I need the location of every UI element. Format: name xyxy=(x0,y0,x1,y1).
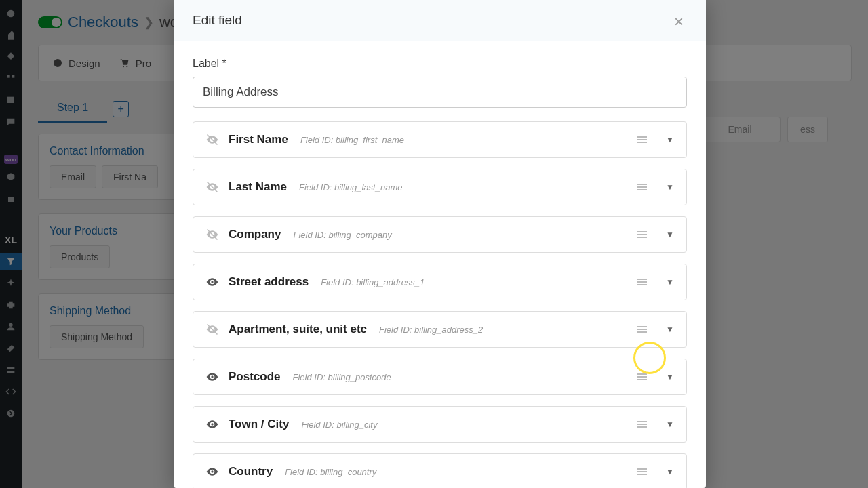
modal-header: Edit field × xyxy=(174,0,706,41)
field-row: Town / City Field ID: billing_city ▼ xyxy=(193,406,687,443)
field-name: Street address xyxy=(229,275,309,289)
chevron-down-icon[interactable]: ▼ xyxy=(666,182,674,192)
field-name: Country xyxy=(229,465,273,479)
eye-icon[interactable] xyxy=(205,418,219,431)
eye-icon[interactable] xyxy=(205,275,219,289)
eye-icon[interactable] xyxy=(205,465,219,479)
drag-handle-icon[interactable] xyxy=(637,373,647,380)
field-id: Field ID: billing_last_name xyxy=(299,182,402,192)
edit-field-modal: Edit field × Label * First Name Field ID… xyxy=(174,0,706,488)
chevron-down-icon[interactable]: ▼ xyxy=(666,467,674,476)
modal-title: Edit field xyxy=(193,13,242,28)
field-name: First Name xyxy=(229,133,288,146)
label-input[interactable] xyxy=(193,77,687,108)
svg-point-17 xyxy=(211,375,213,378)
field-row: Postcode Field ID: billing_postcode ▼ xyxy=(193,359,687,395)
drag-handle-icon[interactable] xyxy=(637,231,647,238)
eye-slash-icon[interactable] xyxy=(205,228,219,241)
drag-handle-icon[interactable] xyxy=(637,468,647,475)
field-name: Last Name xyxy=(229,180,287,194)
field-id: Field ID: billing_address_1 xyxy=(321,277,425,287)
field-row: Last Name Field ID: billing_last_name ▼ xyxy=(193,169,687,205)
label-field-label: Label * xyxy=(193,58,687,70)
chevron-down-icon[interactable]: ▼ xyxy=(666,372,674,382)
close-button[interactable]: × xyxy=(671,12,687,28)
chevron-down-icon[interactable]: ▼ xyxy=(666,277,674,287)
field-id: Field ID: billing_country xyxy=(285,467,376,477)
eye-slash-icon[interactable] xyxy=(205,133,219,146)
chevron-down-icon[interactable]: ▼ xyxy=(666,325,674,334)
modal-body: Label * First Name Field ID: billing_fir… xyxy=(174,41,706,488)
field-id: Field ID: billing_company xyxy=(293,230,391,240)
field-name: Apartment, suite, unit etc xyxy=(229,323,367,336)
svg-point-15 xyxy=(211,281,213,283)
field-id: Field ID: billing_address_2 xyxy=(379,325,483,335)
chevron-down-icon[interactable]: ▼ xyxy=(666,420,674,429)
drag-handle-icon[interactable] xyxy=(637,136,647,143)
field-id: Field ID: billing_city xyxy=(301,420,377,430)
drag-handle-icon[interactable] xyxy=(637,421,647,428)
field-row: Street address Field ID: billing_address… xyxy=(193,264,687,300)
field-row: First Name Field ID: billing_first_name … xyxy=(193,121,687,158)
drag-handle-icon[interactable] xyxy=(637,184,647,190)
eye-slash-icon[interactable] xyxy=(205,180,219,194)
field-row: Country Field ID: billing_country ▼ xyxy=(193,453,687,488)
field-id: Field ID: billing_postcode xyxy=(293,372,391,382)
field-row: Company Field ID: billing_company ▼ xyxy=(193,216,687,253)
field-id: Field ID: billing_first_name xyxy=(300,135,404,145)
field-name: Town / City xyxy=(229,418,289,431)
chevron-down-icon[interactable]: ▼ xyxy=(666,230,674,239)
chevron-down-icon[interactable]: ▼ xyxy=(666,135,674,144)
drag-handle-icon[interactable] xyxy=(637,326,647,333)
field-name: Postcode xyxy=(229,370,281,384)
field-row: Apartment, suite, unit etc Field ID: bil… xyxy=(193,311,687,348)
svg-point-18 xyxy=(211,423,213,425)
svg-point-19 xyxy=(211,470,213,472)
field-name: Company xyxy=(229,228,281,241)
eye-icon[interactable] xyxy=(205,370,219,384)
drag-handle-icon[interactable] xyxy=(637,279,647,285)
eye-slash-icon[interactable] xyxy=(205,323,219,336)
